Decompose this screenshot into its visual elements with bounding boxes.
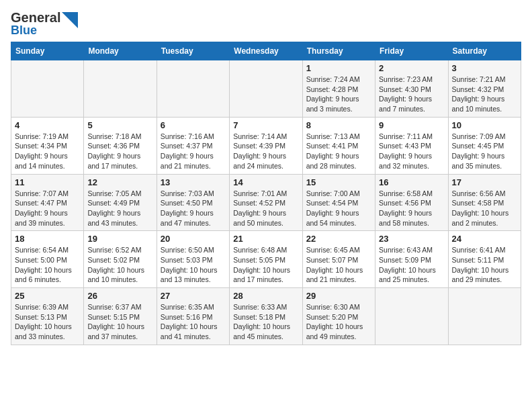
day-info: Sunrise: 7:24 AM Sunset: 4:28 PM Dayligh… (306, 75, 371, 114)
calendar-cell: 8Sunrise: 7:13 AM Sunset: 4:41 PM Daylig… (302, 117, 375, 174)
logo: General Blue (11, 11, 78, 36)
day-info: Sunrise: 6:52 AM Sunset: 5:02 PM Dayligh… (87, 245, 152, 285)
day-number: 12 (87, 177, 152, 187)
day-number: 28 (233, 291, 298, 301)
day-number: 11 (15, 177, 80, 187)
calendar-cell: 12Sunrise: 7:05 AM Sunset: 4:49 PM Dayli… (84, 174, 157, 231)
day-number: 16 (379, 177, 444, 187)
day-info: Sunrise: 6:30 AM Sunset: 5:20 PM Dayligh… (306, 302, 371, 342)
day-info: Sunrise: 6:35 AM Sunset: 5:16 PM Dayligh… (161, 302, 226, 342)
calendar-cell: 25Sunrise: 6:39 AM Sunset: 5:13 PM Dayli… (11, 288, 84, 345)
day-info: Sunrise: 6:54 AM Sunset: 5:00 PM Dayligh… (15, 245, 80, 285)
logo-blue: Blue (11, 24, 60, 36)
day-number: 3 (452, 63, 517, 73)
day-number: 7 (233, 120, 298, 130)
calendar-cell: 24Sunrise: 6:41 AM Sunset: 5:11 PM Dayli… (448, 231, 521, 288)
logo-general: General (11, 11, 60, 24)
day-number: 21 (233, 234, 298, 244)
day-number: 17 (452, 177, 517, 187)
day-number: 9 (379, 120, 444, 130)
day-number: 19 (87, 234, 152, 244)
day-number: 14 (233, 177, 298, 187)
calendar-cell (375, 288, 448, 345)
weekday-header-sunday: Sunday (11, 42, 84, 60)
weekday-header-row: SundayMondayTuesdayWednesdayThursdayFrid… (11, 42, 521, 60)
calendar-cell: 29Sunrise: 6:30 AM Sunset: 5:20 PM Dayli… (302, 288, 375, 345)
calendar-cell: 27Sunrise: 6:35 AM Sunset: 5:16 PM Dayli… (157, 288, 229, 345)
weekday-header-saturday: Saturday (448, 42, 521, 60)
calendar-cell: 16Sunrise: 6:58 AM Sunset: 4:56 PM Dayli… (375, 174, 448, 231)
calendar-cell: 14Sunrise: 7:01 AM Sunset: 4:52 PM Dayli… (230, 174, 302, 231)
calendar-cell: 15Sunrise: 7:00 AM Sunset: 4:54 PM Dayli… (302, 174, 375, 231)
calendar-cell: 10Sunrise: 7:09 AM Sunset: 4:45 PM Dayli… (448, 117, 521, 174)
calendar-cell: 28Sunrise: 6:33 AM Sunset: 5:18 PM Dayli… (230, 288, 302, 345)
logo-arrow-icon (62, 12, 78, 28)
day-number: 13 (161, 177, 226, 187)
day-number: 5 (87, 120, 152, 130)
calendar-table: SundayMondayTuesdayWednesdayThursdayFrid… (11, 42, 521, 345)
calendar-cell (11, 60, 84, 118)
day-info: Sunrise: 7:23 AM Sunset: 4:30 PM Dayligh… (379, 75, 444, 114)
day-number: 27 (161, 291, 226, 301)
day-number: 6 (161, 120, 226, 130)
calendar-cell (84, 60, 157, 118)
day-info: Sunrise: 6:50 AM Sunset: 5:03 PM Dayligh… (161, 245, 226, 285)
day-info: Sunrise: 7:00 AM Sunset: 4:54 PM Dayligh… (306, 189, 371, 228)
day-info: Sunrise: 7:16 AM Sunset: 4:37 PM Dayligh… (161, 132, 226, 171)
day-info: Sunrise: 6:48 AM Sunset: 5:05 PM Dayligh… (233, 245, 298, 285)
logo-text-block: General Blue (11, 11, 60, 36)
calendar-cell: 11Sunrise: 7:07 AM Sunset: 4:47 PM Dayli… (11, 174, 84, 231)
day-info: Sunrise: 6:39 AM Sunset: 5:13 PM Dayligh… (15, 302, 80, 342)
week-row-1: 1Sunrise: 7:24 AM Sunset: 4:28 PM Daylig… (11, 60, 521, 118)
day-info: Sunrise: 6:45 AM Sunset: 5:07 PM Dayligh… (306, 245, 371, 285)
calendar-cell: 17Sunrise: 6:56 AM Sunset: 4:58 PM Dayli… (448, 174, 521, 231)
day-number: 18 (15, 234, 80, 244)
day-number: 15 (306, 177, 371, 187)
day-info: Sunrise: 7:07 AM Sunset: 4:47 PM Dayligh… (15, 189, 80, 228)
day-number: 26 (87, 291, 152, 301)
day-number: 20 (161, 234, 226, 244)
calendar-cell (157, 60, 229, 118)
calendar-cell: 26Sunrise: 6:37 AM Sunset: 5:15 PM Dayli… (84, 288, 157, 345)
calendar-cell: 4Sunrise: 7:19 AM Sunset: 4:34 PM Daylig… (11, 117, 84, 174)
calendar-cell: 9Sunrise: 7:11 AM Sunset: 4:43 PM Daylig… (375, 117, 448, 174)
page-header: General Blue (11, 11, 521, 36)
calendar-cell: 7Sunrise: 7:14 AM Sunset: 4:39 PM Daylig… (230, 117, 302, 174)
logo-wordmark: General Blue (11, 11, 78, 36)
day-number: 25 (15, 291, 80, 301)
calendar-cell: 18Sunrise: 6:54 AM Sunset: 5:00 PM Dayli… (11, 231, 84, 288)
calendar-cell: 5Sunrise: 7:18 AM Sunset: 4:36 PM Daylig… (84, 117, 157, 174)
day-number: 29 (306, 291, 371, 301)
day-info: Sunrise: 7:21 AM Sunset: 4:32 PM Dayligh… (452, 75, 517, 114)
day-info: Sunrise: 7:11 AM Sunset: 4:43 PM Dayligh… (379, 132, 444, 171)
calendar-cell: 19Sunrise: 6:52 AM Sunset: 5:02 PM Dayli… (84, 231, 157, 288)
weekday-header-monday: Monday (84, 42, 157, 60)
calendar-cell: 13Sunrise: 7:03 AM Sunset: 4:50 PM Dayli… (157, 174, 229, 231)
day-info: Sunrise: 7:01 AM Sunset: 4:52 PM Dayligh… (233, 189, 298, 228)
calendar-cell (448, 288, 521, 345)
calendar-cell: 3Sunrise: 7:21 AM Sunset: 4:32 PM Daylig… (448, 60, 521, 118)
weekday-header-wednesday: Wednesday (230, 42, 302, 60)
calendar-cell: 6Sunrise: 7:16 AM Sunset: 4:37 PM Daylig… (157, 117, 229, 174)
day-number: 10 (452, 120, 517, 130)
calendar-cell: 1Sunrise: 7:24 AM Sunset: 4:28 PM Daylig… (302, 60, 375, 118)
day-info: Sunrise: 6:41 AM Sunset: 5:11 PM Dayligh… (452, 245, 517, 285)
day-number: 23 (379, 234, 444, 244)
weekday-header-tuesday: Tuesday (157, 42, 229, 60)
calendar-cell: 21Sunrise: 6:48 AM Sunset: 5:05 PM Dayli… (230, 231, 302, 288)
calendar-cell: 20Sunrise: 6:50 AM Sunset: 5:03 PM Dayli… (157, 231, 229, 288)
day-info: Sunrise: 7:03 AM Sunset: 4:50 PM Dayligh… (161, 189, 226, 228)
calendar-cell: 23Sunrise: 6:43 AM Sunset: 5:09 PM Dayli… (375, 231, 448, 288)
calendar-cell: 2Sunrise: 7:23 AM Sunset: 4:30 PM Daylig… (375, 60, 448, 118)
day-info: Sunrise: 7:13 AM Sunset: 4:41 PM Dayligh… (306, 132, 371, 171)
day-info: Sunrise: 7:14 AM Sunset: 4:39 PM Dayligh… (233, 132, 298, 171)
day-info: Sunrise: 6:56 AM Sunset: 4:58 PM Dayligh… (452, 189, 517, 228)
day-number: 1 (306, 63, 371, 73)
week-row-3: 11Sunrise: 7:07 AM Sunset: 4:47 PM Dayli… (11, 174, 521, 231)
day-number: 2 (379, 63, 444, 73)
week-row-2: 4Sunrise: 7:19 AM Sunset: 4:34 PM Daylig… (11, 117, 521, 174)
day-info: Sunrise: 7:05 AM Sunset: 4:49 PM Dayligh… (87, 189, 152, 228)
day-info: Sunrise: 6:33 AM Sunset: 5:18 PM Dayligh… (233, 302, 298, 342)
day-info: Sunrise: 7:18 AM Sunset: 4:36 PM Dayligh… (87, 132, 152, 171)
calendar-cell (230, 60, 302, 118)
